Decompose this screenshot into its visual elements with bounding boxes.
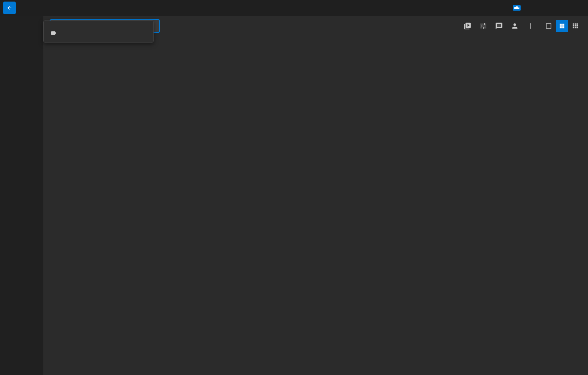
svg-rect-6 — [577, 23, 578, 24]
svg-rect-0 — [560, 24, 562, 26]
view-toggle — [542, 20, 582, 32]
people-icon — [495, 22, 503, 30]
small-grid-view-button[interactable] — [569, 20, 582, 32]
more-icon — [527, 22, 534, 30]
more-options-button[interactable] — [523, 19, 538, 33]
small-grid-icon — [572, 23, 579, 29]
photo-6[interactable] — [350, 139, 499, 230]
main-content — [0, 36, 588, 236]
medium-grid-view-button[interactable] — [556, 20, 568, 32]
slideshow-icon — [464, 22, 471, 30]
minimize-button[interactable] — [527, 2, 545, 14]
photo-4[interactable] — [50, 139, 198, 230]
account-button[interactable] — [508, 19, 522, 33]
people-button[interactable] — [492, 19, 506, 33]
svg-rect-7 — [573, 25, 574, 26]
svg-rect-9 — [577, 25, 578, 26]
filter-icon — [479, 22, 487, 30]
titlebar-controls — [513, 2, 585, 14]
svg-rect-2 — [560, 26, 562, 28]
svg-rect-4 — [573, 23, 574, 24]
back-button[interactable] — [3, 2, 16, 14]
svg-rect-3 — [562, 26, 564, 28]
single-view-icon — [545, 23, 552, 29]
cloud-icon — [514, 6, 519, 10]
svg-rect-11 — [575, 27, 576, 28]
photo-3[interactable] — [350, 47, 499, 138]
account-icon — [511, 22, 519, 30]
dropdown-item-coral-reef[interactable] — [44, 27, 153, 39]
tag-svg-icon — [50, 30, 57, 36]
svg-rect-12 — [577, 27, 578, 28]
content-area — [43, 36, 588, 236]
photo-2[interactable] — [200, 47, 348, 138]
toolbar-right — [460, 19, 582, 33]
search-dropdown — [43, 20, 154, 43]
medium-grid-icon — [559, 23, 565, 29]
sidebar — [0, 16, 43, 375]
single-view-button[interactable] — [542, 20, 555, 32]
svg-rect-8 — [575, 25, 576, 26]
photo-1[interactable] — [50, 47, 198, 138]
dropdown-category — [44, 24, 153, 27]
svg-rect-5 — [575, 23, 576, 24]
svg-rect-1 — [562, 24, 564, 26]
back-icon — [7, 5, 12, 11]
onedrive-icon — [513, 5, 521, 11]
svg-rect-10 — [573, 27, 574, 28]
titlebar — [0, 0, 588, 16]
photo-5[interactable] — [200, 139, 348, 230]
onedrive-badge[interactable] — [513, 5, 523, 11]
maximize-button[interactable] — [547, 2, 565, 14]
slideshow-button[interactable] — [460, 19, 475, 33]
filter-button[interactable] — [476, 19, 490, 33]
photo-grid — [50, 47, 499, 230]
tag-icon — [50, 30, 57, 37]
close-button[interactable] — [567, 2, 585, 14]
